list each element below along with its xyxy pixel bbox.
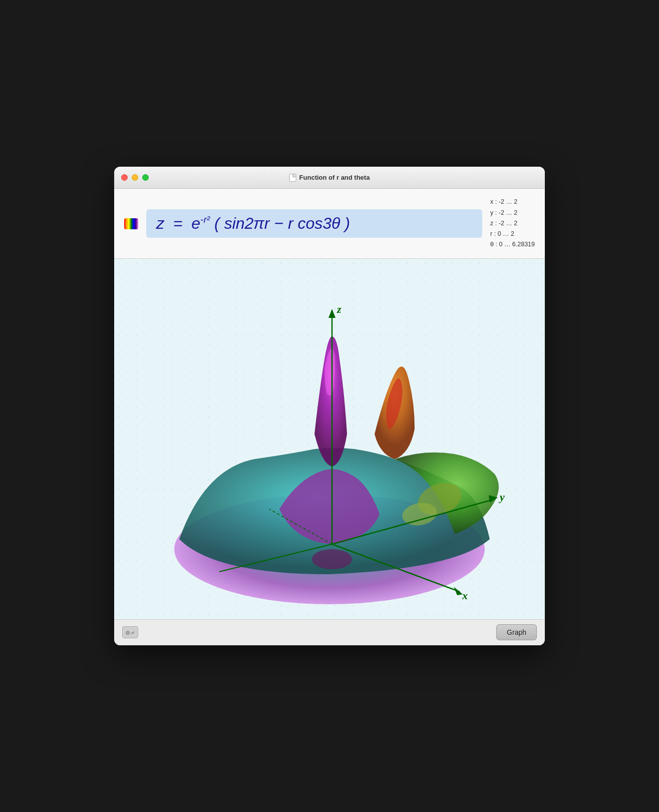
size-buttons: ⌾ ⌿ (122, 626, 138, 638)
y-range: y : -2 … 2 (490, 208, 535, 218)
graph-button[interactable]: Graph (496, 624, 537, 640)
app-window: Function of r and theta z = e-r² ( sin2π… (114, 167, 545, 645)
rainbow-icon (124, 218, 138, 229)
formula-bar: z = e-r² ( sin2πr − r cos3θ ) x : -2 … 2… (114, 189, 545, 258)
grow-button[interactable]: ⌿ (131, 628, 135, 636)
window-title-area: Function of r and theta (289, 174, 370, 182)
svg-text:z: z (337, 303, 342, 315)
r-range: r : 0 … 2 (490, 229, 535, 239)
x-range: x : -2 … 2 (490, 197, 535, 207)
axis-ranges: x : -2 … 2 y : -2 … 2 z : -2 … 2 r : 0 …… (490, 197, 535, 250)
close-button[interactable] (121, 174, 128, 181)
formula-display: z = e-r² ( sin2πr − r cos3θ ) (146, 209, 482, 238)
graph-viewport[interactable]: z y x (114, 259, 545, 619)
svg-text:x: x (462, 589, 468, 602)
formula-text: z = e-r² ( sin2πr − r cos3θ ) (156, 214, 472, 233)
minimize-button[interactable] (132, 174, 138, 181)
graph-svg: z y x (114, 259, 545, 619)
theta-range: θ : 0 … 6.28319 (490, 239, 535, 250)
window-title: Function of r and theta (299, 174, 370, 181)
traffic-lights (121, 174, 149, 181)
svg-point-3 (312, 549, 352, 569)
maximize-button[interactable] (142, 174, 149, 181)
document-icon (289, 174, 296, 182)
svg-marker-5 (328, 309, 336, 318)
svg-text:y: y (498, 491, 505, 503)
svg-marker-11 (454, 587, 463, 595)
shrink-button[interactable]: ⌾ (126, 628, 130, 636)
z-range: z : -2 … 2 (490, 218, 535, 229)
titlebar: Function of r and theta (114, 167, 545, 189)
bottom-bar: ⌾ ⌿ Graph (114, 619, 545, 645)
